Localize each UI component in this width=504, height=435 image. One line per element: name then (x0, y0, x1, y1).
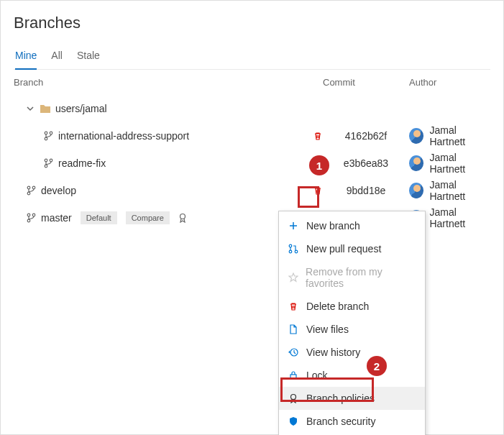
svg-point-7 (32, 186, 35, 189)
branch-name: readme-fix (58, 157, 106, 169)
tab-stale[interactable]: Stale (77, 45, 100, 70)
trash-icon (288, 301, 299, 311)
menu-branch-security[interactable]: Branch security (279, 410, 425, 433)
award-icon (288, 393, 299, 403)
delete-icon[interactable] (313, 131, 323, 141)
author-name: Jamal Hartnett (429, 124, 490, 147)
menu-label: Lock (306, 370, 328, 381)
menu-label: Remove from my favorites (306, 266, 416, 289)
plus-icon (288, 221, 299, 231)
branch-icon (44, 131, 54, 141)
menu-label: Branch policies (306, 393, 375, 404)
folder-icon (40, 104, 51, 114)
tab-mine[interactable]: Mine (15, 45, 37, 70)
svg-point-10 (32, 214, 35, 216)
compare-badge: Compare (126, 211, 170, 224)
col-branch[interactable]: Branch (14, 77, 323, 88)
branch-name: master (41, 212, 72, 224)
commit-hash[interactable]: e3b6ea83 (323, 157, 409, 169)
file-icon (288, 324, 299, 334)
author-name: Jamal Hartnett (429, 152, 490, 175)
page-title: Branches (14, 14, 490, 32)
branch-name: develop (41, 185, 76, 196)
svg-point-0 (45, 132, 47, 134)
menu-label: Branch security (306, 416, 375, 427)
menu-view-history[interactable]: View history (279, 341, 425, 364)
chevron-down-icon[interactable] (27, 104, 35, 113)
history-icon (288, 347, 299, 357)
svg-point-8 (27, 192, 30, 195)
column-headers: Branch Commit Author (1, 70, 503, 95)
avatar (409, 128, 423, 144)
commit-hash[interactable]: 4162b62f (323, 130, 409, 142)
menu-delete-branch[interactable]: Delete branch (279, 295, 425, 318)
svg-point-15 (289, 250, 292, 253)
menu-new-pr[interactable]: New pull request (279, 237, 425, 260)
tab-all[interactable]: All (51, 45, 63, 70)
svg-point-9 (27, 214, 30, 216)
svg-point-14 (295, 250, 298, 253)
branch-row[interactable]: readme-fix e3b6ea83 Jamal Hartnett (1, 150, 503, 177)
commit-hash[interactable]: 9bdd18e (323, 185, 409, 196)
menu-view-files[interactable]: View files (279, 318, 425, 341)
svg-point-1 (50, 132, 52, 134)
branch-row[interactable]: master Default Compare ··· 4162b62f Jama… (1, 204, 503, 232)
svg-point-5 (45, 165, 47, 168)
svg-point-3 (45, 159, 47, 162)
menu-label: View history (306, 347, 360, 358)
award-icon (178, 213, 187, 223)
lock-icon (288, 370, 299, 380)
tabs: Mine All Stale (14, 45, 490, 70)
col-commit[interactable]: Commit (323, 77, 409, 88)
menu-lock[interactable]: Lock (279, 364, 425, 387)
avatar (409, 183, 423, 198)
star-outline-icon (288, 273, 298, 283)
menu-new-branch[interactable]: New branch (279, 214, 425, 237)
author-name: Jamal Hartnett (429, 206, 490, 229)
menu-branch-policies[interactable]: Branch policies (279, 387, 425, 410)
branch-row[interactable]: international-address-support 4162b62f J… (1, 122, 503, 150)
folder-name: users/jamal (55, 103, 107, 114)
branch-icon (27, 186, 37, 196)
folder-row[interactable]: users/jamal (1, 95, 503, 122)
branch-icon (27, 213, 37, 223)
svg-point-11 (27, 219, 30, 222)
menu-label: Delete branch (306, 301, 369, 312)
menu-label: New branch (306, 220, 360, 232)
menu-label: View files (306, 324, 349, 335)
svg-point-18 (291, 395, 296, 400)
svg-point-12 (180, 214, 185, 219)
delete-icon[interactable] (313, 158, 323, 168)
col-author[interactable]: Author (409, 77, 490, 88)
context-menu: New branch New pull request Remove from … (278, 211, 426, 435)
branch-name: international-address-support (58, 130, 189, 142)
svg-point-2 (45, 137, 47, 140)
branch-list: users/jamal international-address-suppor… (1, 95, 503, 232)
avatar (409, 155, 423, 171)
svg-point-4 (50, 159, 52, 162)
author-name: Jamal Hartnett (429, 179, 490, 202)
branch-row[interactable]: develop 9bdd18e Jamal Hartnett (1, 177, 503, 204)
shield-icon (288, 416, 299, 426)
svg-rect-17 (290, 375, 296, 379)
delete-icon[interactable] (313, 186, 323, 196)
menu-remove-favorites: Remove from my favorites (279, 260, 425, 295)
menu-label: New pull request (306, 243, 381, 255)
pull-request-icon (288, 244, 299, 254)
svg-point-13 (289, 244, 292, 247)
svg-point-6 (27, 186, 30, 189)
default-badge: Default (81, 211, 117, 224)
branch-icon (44, 158, 54, 168)
